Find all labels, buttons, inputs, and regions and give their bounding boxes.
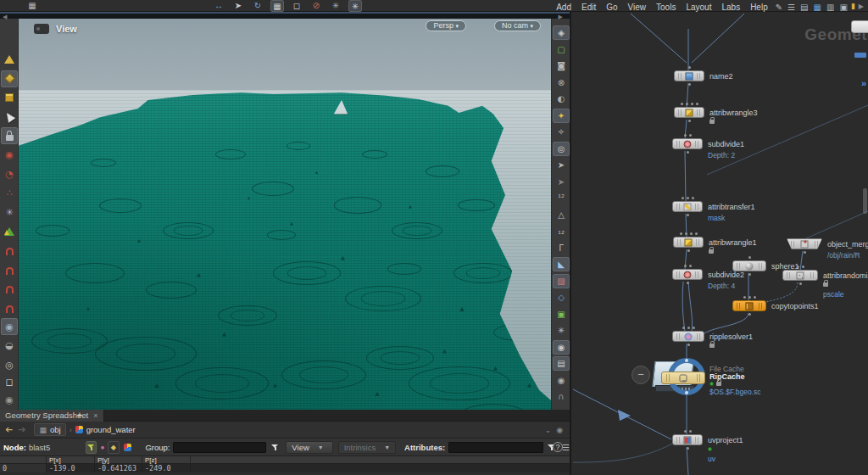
visualizers-icon[interactable]: ◉ xyxy=(553,340,570,355)
select-mode-icon[interactable]: ➤ xyxy=(553,158,570,172)
menu-help[interactable]: Help xyxy=(745,3,773,12)
snap-magnet-icon[interactable] xyxy=(1,299,18,316)
col-header-index[interactable] xyxy=(0,456,47,464)
persp-view-button[interactable]: Persp ▾ xyxy=(426,20,466,31)
point-normals-icon[interactable]: △ xyxy=(553,208,570,222)
ghost-objects-icon[interactable]: ⊘ xyxy=(309,0,323,12)
lock-camera-icon[interactable]: ◙ xyxy=(553,59,570,73)
help-button[interactable]: ? xyxy=(553,442,563,452)
no-cam-button[interactable]: No cam ▾ xyxy=(494,20,541,31)
forward-button[interactable]: ➔ xyxy=(18,424,25,435)
lock-handle-icon[interactable] xyxy=(1,127,18,144)
customize-icon[interactable]: ✎ xyxy=(773,3,785,12)
box-primitive-icon[interactable] xyxy=(1,89,18,106)
view-arc-icon[interactable]: ∩ xyxy=(553,389,570,404)
location-pin-icon[interactable]: ◉ xyxy=(553,373,570,388)
grid-blue-icon[interactable]: ▦ xyxy=(811,3,824,12)
attributes-input[interactable] xyxy=(448,442,543,453)
pose-tool-icon[interactable]: ✳ xyxy=(1,204,18,221)
breadcrumb-obj[interactable]: ▦ obj xyxy=(34,423,65,436)
node-RipCache[interactable]: File CacheRipCache$OS.$F.bgeo.sc xyxy=(654,360,708,395)
scale-tool-icon[interactable]: ∴ xyxy=(1,185,18,202)
secure-select-icon[interactable]: ➤ xyxy=(553,175,570,189)
tube-primitive-icon[interactable] xyxy=(1,51,18,68)
select-geometry-icon[interactable]: ▢ xyxy=(553,42,570,57)
pin-icon[interactable]: ◉ xyxy=(556,426,563,434)
uv-overlay-icon[interactable]: ▣ xyxy=(553,307,570,321)
node-uvproject1[interactable]: uvproject1uv xyxy=(672,434,703,445)
diamond-icon[interactable]: ◆ xyxy=(108,441,119,454)
tab-close-icon[interactable]: × xyxy=(93,411,97,420)
image-planes-icon[interactable]: ▤ xyxy=(553,356,570,371)
shade-circle-icon[interactable]: ◒ xyxy=(1,338,18,355)
rotate-tool-icon[interactable]: ◔ xyxy=(1,165,18,182)
node-subdivide2[interactable]: subdivide2Depth: 4 xyxy=(672,269,703,280)
snap-point-magnet-icon[interactable] xyxy=(1,280,18,297)
tree-view-icon[interactable]: ▤ xyxy=(798,3,810,12)
node-copytopoints1[interactable]: copytopoints1 xyxy=(732,300,766,311)
shade-half-icon[interactable]: ◐ xyxy=(553,92,570,106)
intrinsics-dropdown[interactable]: Intrinsics▼ xyxy=(338,441,396,454)
view-orbit-tool-icon[interactable]: ↔ xyxy=(212,0,225,12)
path-dropdown-icon[interactable]: ⌄ xyxy=(544,426,551,434)
menu-view[interactable]: View xyxy=(623,3,652,12)
menu-add[interactable]: Add xyxy=(551,3,576,12)
pink-dot-icon[interactable]: ● xyxy=(100,444,104,451)
node-attribrandomize[interactable]: attribrandomizepscale xyxy=(782,270,818,281)
spreadsheet-table[interactable]: P[x]P[y]P[z] 0-139.0-0.641263-249.0 xyxy=(0,456,570,475)
render-flipbook-icon[interactable]: ✳ xyxy=(329,0,342,12)
table-row[interactable]: 0-139.0-0.641263-249.0 xyxy=(0,464,570,472)
select-arrow-icon[interactable] xyxy=(1,109,18,126)
pane-expand-right-icon[interactable]: ▶ xyxy=(559,14,563,20)
node-sphere1[interactable]: sphere1 xyxy=(732,260,766,271)
node-object_merge1[interactable]: object_merge1/obj/rain/R xyxy=(787,238,822,249)
snapshot-icon[interactable]: ◉ xyxy=(1,391,18,408)
handles-tool-icon[interactable]: ↻ xyxy=(251,0,264,12)
prim-numbers-icon[interactable]: ₁₂ xyxy=(553,224,570,238)
sort-lines-icon[interactable]: ☰ xyxy=(562,443,570,452)
snap-grid-magnet-icon[interactable] xyxy=(1,242,18,259)
wireframe-icon[interactable]: ✳ xyxy=(553,323,570,338)
new-tab-button[interactable]: + xyxy=(73,410,86,422)
display-points-icon[interactable]: ◇ xyxy=(553,290,570,305)
scene-viewport[interactable]: View Persp ▾ No cam ▾ xyxy=(19,19,551,410)
profile-curves-icon[interactable]: Γ xyxy=(553,241,570,255)
group-input[interactable] xyxy=(173,442,266,453)
node-attribwrangle1[interactable]: attribwrangle1 xyxy=(673,237,704,248)
pane-splitter[interactable] xyxy=(570,12,571,475)
high-quality-icon[interactable]: ◎ xyxy=(553,142,570,156)
diamond-primitive-icon[interactable] xyxy=(1,70,18,87)
grid-icon[interactable]: ▥ xyxy=(824,3,837,12)
view-camera-icon[interactable]: ◉ xyxy=(1,318,18,335)
badge-minus[interactable]: − xyxy=(632,366,650,384)
node-attribwrangle3[interactable]: attribwrangle3 xyxy=(674,107,704,118)
tab-geometry-spreadsheet[interactable]: Geometry Spreadsheet× xyxy=(0,410,104,422)
node-ripplesolver1[interactable]: ripplesolver1 xyxy=(672,331,704,342)
parameters-icon[interactable]: ☰ xyxy=(785,3,798,12)
network-editor[interactable]: Geometry » name2attribwrangle3subdivide1… xyxy=(571,12,868,475)
snap-options-icon[interactable]: ▦ xyxy=(270,0,284,12)
light-sphere-icon[interactable]: ◎ xyxy=(1,356,18,373)
display-options-icon[interactable]: ✳ xyxy=(348,0,362,12)
select-tool-icon[interactable]: ➤ xyxy=(231,0,245,12)
pane-collapse-left-icon[interactable]: ◀ xyxy=(3,14,7,20)
breadcrumb-ground-water[interactable]: ground_water xyxy=(75,425,136,434)
point-numbers-icon[interactable]: ¹² xyxy=(553,191,570,205)
col-header-P[x][interactable]: P[x] xyxy=(47,456,95,464)
headlight-icon[interactable]: ✦ xyxy=(553,109,570,123)
box-zoom-icon[interactable]: ◻ xyxy=(290,0,303,12)
paint-color-icon[interactable] xyxy=(1,223,18,240)
node-attribtransfer1[interactable]: attribtransfer1mask xyxy=(672,201,703,212)
menu-tools[interactable]: Tools xyxy=(651,3,681,12)
view-dropdown[interactable]: View▼ xyxy=(286,441,332,454)
memo-icon[interactable]: ◻ xyxy=(1,373,18,390)
normal-lights-icon[interactable]: ✧ xyxy=(553,125,570,139)
play-icon[interactable]: ▶ xyxy=(856,3,866,10)
col-header-P[z][interactable]: P[z] xyxy=(142,456,191,464)
no-snap-icon[interactable]: ⊗ xyxy=(553,75,570,90)
node-subdivide1[interactable]: subdivide1Depth: 2 xyxy=(672,138,703,149)
textured-mode-icon[interactable]: ▨ xyxy=(553,274,570,288)
grid-layout-icon[interactable]: ▦ xyxy=(25,0,39,12)
snap-curve-magnet-icon[interactable] xyxy=(1,261,18,278)
filter-funnel-icon[interactable] xyxy=(86,441,97,454)
